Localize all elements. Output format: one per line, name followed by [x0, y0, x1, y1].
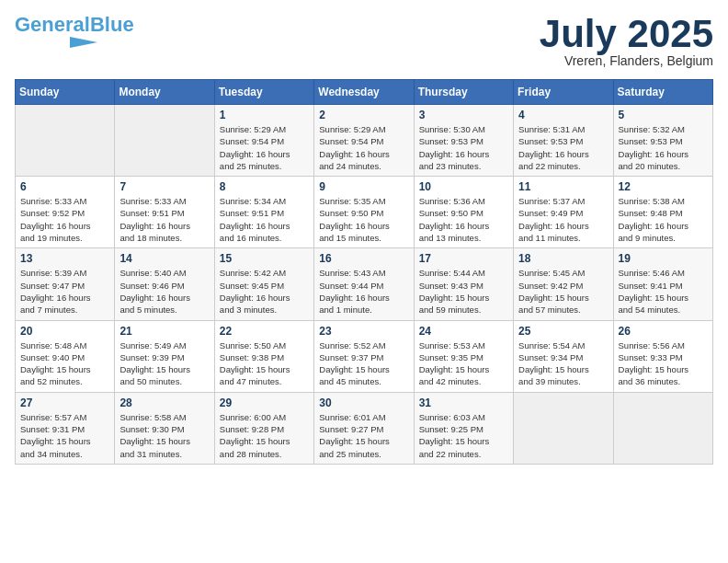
day-info: Sunrise: 6:01 AM Sunset: 9:27 PM Dayligh…	[319, 411, 408, 460]
day-number: 30	[319, 396, 408, 409]
day-cell	[16, 105, 115, 177]
logo-part1: General	[15, 13, 90, 36]
day-number: 19	[619, 252, 708, 265]
day-number: 16	[319, 252, 408, 265]
day-info: Sunrise: 5:46 AM Sunset: 9:41 PM Dayligh…	[619, 267, 708, 316]
logo-icon	[15, 35, 97, 50]
day-cell: 13Sunrise: 5:39 AM Sunset: 9:47 PM Dayli…	[16, 248, 115, 320]
day-info: Sunrise: 5:52 AM Sunset: 9:37 PM Dayligh…	[319, 339, 408, 388]
day-number: 10	[419, 180, 508, 193]
day-cell: 10Sunrise: 5:36 AM Sunset: 9:50 PM Dayli…	[414, 177, 513, 248]
day-number: 7	[119, 180, 209, 193]
header-row: SundayMondayTuesdayWednesdayThursdayFrid…	[16, 80, 713, 105]
day-cell: 1Sunrise: 5:29 AM Sunset: 9:54 PM Daylig…	[214, 105, 313, 177]
day-cell: 19Sunrise: 5:46 AM Sunset: 9:41 PM Dayli…	[613, 248, 712, 320]
day-info: Sunrise: 5:30 AM Sunset: 9:53 PM Dayligh…	[419, 123, 508, 172]
day-cell: 4Sunrise: 5:31 AM Sunset: 9:53 PM Daylig…	[514, 105, 613, 177]
week-row-1: 1Sunrise: 5:29 AM Sunset: 9:54 PM Daylig…	[16, 105, 713, 177]
day-info: Sunrise: 5:43 AM Sunset: 9:44 PM Dayligh…	[319, 267, 408, 316]
day-number: 26	[619, 325, 708, 338]
day-number: 31	[419, 396, 508, 409]
day-cell: 16Sunrise: 5:43 AM Sunset: 9:44 PM Dayli…	[314, 248, 414, 320]
calendar-header: SundayMondayTuesdayWednesdayThursdayFrid…	[16, 80, 713, 105]
day-info: Sunrise: 5:34 AM Sunset: 9:51 PM Dayligh…	[220, 195, 309, 244]
day-info: Sunrise: 5:29 AM Sunset: 9:54 PM Dayligh…	[220, 123, 309, 172]
day-info: Sunrise: 5:42 AM Sunset: 9:45 PM Dayligh…	[220, 267, 309, 316]
week-row-3: 13Sunrise: 5:39 AM Sunset: 9:47 PM Dayli…	[16, 248, 713, 320]
day-cell: 14Sunrise: 5:40 AM Sunset: 9:46 PM Dayli…	[115, 248, 214, 320]
day-info: Sunrise: 5:35 AM Sunset: 9:50 PM Dayligh…	[319, 195, 408, 244]
day-info: Sunrise: 5:36 AM Sunset: 9:50 PM Dayligh…	[419, 195, 508, 244]
page-header: GeneralBlue July 2025 Vreren, Flanders, …	[15, 15, 713, 68]
day-number: 22	[220, 325, 309, 338]
day-number: 27	[20, 396, 109, 409]
header-cell-saturday: Saturday	[613, 80, 712, 105]
day-number: 1	[220, 109, 309, 121]
day-info: Sunrise: 5:45 AM Sunset: 9:42 PM Dayligh…	[518, 267, 608, 316]
title-block: July 2025 Vreren, Flanders, Belgium	[540, 15, 713, 68]
day-cell	[613, 392, 712, 464]
header-cell-sunday: Sunday	[16, 80, 115, 105]
day-number: 18	[518, 252, 608, 265]
day-cell	[514, 392, 613, 464]
day-cell: 24Sunrise: 5:53 AM Sunset: 9:35 PM Dayli…	[414, 320, 513, 392]
day-info: Sunrise: 5:39 AM Sunset: 9:47 PM Dayligh…	[20, 267, 109, 316]
day-cell	[115, 105, 214, 177]
logo-part2: Blue	[90, 13, 134, 36]
day-number: 4	[518, 109, 608, 121]
day-info: Sunrise: 5:50 AM Sunset: 9:38 PM Dayligh…	[220, 339, 309, 388]
day-cell: 18Sunrise: 5:45 AM Sunset: 9:42 PM Dayli…	[514, 248, 613, 320]
day-cell: 30Sunrise: 6:01 AM Sunset: 9:27 PM Dayli…	[314, 392, 414, 464]
location-subtitle: Vreren, Flanders, Belgium	[540, 53, 713, 68]
day-cell: 28Sunrise: 5:58 AM Sunset: 9:30 PM Dayli…	[115, 392, 214, 464]
day-info: Sunrise: 5:48 AM Sunset: 9:40 PM Dayligh…	[20, 339, 109, 388]
day-cell: 2Sunrise: 5:29 AM Sunset: 9:54 PM Daylig…	[314, 105, 414, 177]
svg-marker-0	[70, 37, 97, 48]
day-number: 14	[119, 252, 209, 265]
day-number: 3	[419, 109, 508, 121]
calendar-table: SundayMondayTuesdayWednesdayThursdayFrid…	[15, 79, 713, 465]
header-cell-friday: Friday	[514, 80, 613, 105]
header-cell-thursday: Thursday	[414, 80, 513, 105]
day-number: 17	[419, 252, 508, 265]
day-cell: 3Sunrise: 5:30 AM Sunset: 9:53 PM Daylig…	[414, 105, 513, 177]
day-cell: 26Sunrise: 5:56 AM Sunset: 9:33 PM Dayli…	[613, 320, 712, 392]
day-info: Sunrise: 5:38 AM Sunset: 9:48 PM Dayligh…	[619, 195, 708, 244]
day-cell: 21Sunrise: 5:49 AM Sunset: 9:39 PM Dayli…	[115, 320, 214, 392]
day-number: 21	[119, 325, 209, 338]
day-number: 23	[319, 325, 408, 338]
day-info: Sunrise: 5:54 AM Sunset: 9:34 PM Dayligh…	[518, 339, 608, 388]
day-cell: 9Sunrise: 5:35 AM Sunset: 9:50 PM Daylig…	[314, 177, 414, 248]
day-number: 20	[20, 325, 109, 338]
day-cell: 29Sunrise: 6:00 AM Sunset: 9:28 PM Dayli…	[214, 392, 313, 464]
day-info: Sunrise: 6:00 AM Sunset: 9:28 PM Dayligh…	[220, 411, 309, 460]
day-info: Sunrise: 5:31 AM Sunset: 9:53 PM Dayligh…	[518, 123, 608, 172]
day-number: 24	[419, 325, 508, 338]
calendar-body: 1Sunrise: 5:29 AM Sunset: 9:54 PM Daylig…	[16, 105, 713, 465]
day-cell: 27Sunrise: 5:57 AM Sunset: 9:31 PM Dayli…	[16, 392, 115, 464]
day-cell: 25Sunrise: 5:54 AM Sunset: 9:34 PM Dayli…	[514, 320, 613, 392]
day-number: 2	[319, 109, 408, 121]
day-info: Sunrise: 5:33 AM Sunset: 9:51 PM Dayligh…	[119, 195, 209, 244]
day-info: Sunrise: 6:03 AM Sunset: 9:25 PM Dayligh…	[419, 411, 508, 460]
day-cell: 15Sunrise: 5:42 AM Sunset: 9:45 PM Dayli…	[214, 248, 313, 320]
day-cell: 11Sunrise: 5:37 AM Sunset: 9:49 PM Dayli…	[514, 177, 613, 248]
day-cell: 8Sunrise: 5:34 AM Sunset: 9:51 PM Daylig…	[214, 177, 313, 248]
day-info: Sunrise: 5:44 AM Sunset: 9:43 PM Dayligh…	[419, 267, 508, 316]
day-number: 5	[619, 109, 708, 121]
header-cell-tuesday: Tuesday	[214, 80, 313, 105]
logo-text: GeneralBlue	[15, 15, 134, 35]
week-row-2: 6Sunrise: 5:33 AM Sunset: 9:52 PM Daylig…	[16, 177, 713, 248]
logo: GeneralBlue	[15, 15, 134, 50]
day-cell: 6Sunrise: 5:33 AM Sunset: 9:52 PM Daylig…	[16, 177, 115, 248]
day-cell: 22Sunrise: 5:50 AM Sunset: 9:38 PM Dayli…	[214, 320, 313, 392]
day-info: Sunrise: 5:33 AM Sunset: 9:52 PM Dayligh…	[20, 195, 109, 244]
day-cell: 7Sunrise: 5:33 AM Sunset: 9:51 PM Daylig…	[115, 177, 214, 248]
day-info: Sunrise: 5:37 AM Sunset: 9:49 PM Dayligh…	[518, 195, 608, 244]
day-number: 25	[518, 325, 608, 338]
day-number: 8	[220, 180, 309, 193]
day-info: Sunrise: 5:53 AM Sunset: 9:35 PM Dayligh…	[419, 339, 508, 388]
day-number: 12	[619, 180, 708, 193]
week-row-4: 20Sunrise: 5:48 AM Sunset: 9:40 PM Dayli…	[16, 320, 713, 392]
day-number: 28	[119, 396, 209, 409]
